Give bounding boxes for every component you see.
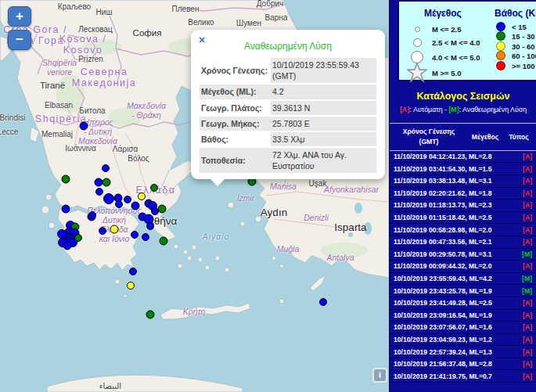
earthquake-marker[interactable]: [115, 200, 123, 208]
earthquake-marker[interactable]: [158, 205, 167, 214]
catalog-event-row[interactable]: 10/10/2019 23:55:59.43, ML=4.2[M]: [390, 273, 536, 286]
catalog-event-row[interactable]: 10/10/2019 23:07:56.07, ML=1.6[A]: [390, 322, 536, 334]
event-text: 10/10/2019 23:55:59.43, ML=4.2: [394, 275, 492, 282]
legend-box: Μέγεθος Βάθος (Km) M <= 2.52.5 < M <= 4.…: [398, 0, 536, 81]
earthquake-marker[interactable]: [127, 282, 135, 290]
catalog-event-row[interactable]: 10/10/2019 23:41:49.28, ML=2.5[A]: [390, 297, 536, 310]
earthquake-marker[interactable]: [62, 175, 70, 184]
catalog-event-row[interactable]: 11/10/2019 00:29:50.78, ML=3.1[M]: [390, 249, 536, 261]
earthquake-marker[interactable]: [129, 268, 137, 275]
zoom-in-button[interactable]: +: [8, 6, 31, 27]
magnitude-legend-item: M >= 5.0: [407, 66, 462, 80]
catalog-event-row[interactable]: 10/10/2019 22:57:39.24, ML=1.3[A]: [390, 346, 536, 358]
catalog-event-row[interactable]: 11/10/2019 01:15:18.42, ML=2.5[A]: [390, 212, 536, 225]
map-label: Aydın: [261, 207, 287, 219]
map-canvas[interactable]: КраљевоНишЛесковацПлевенДобричВарнаВелик…: [0, 0, 389, 392]
popup-field-value: 25.7803 E: [271, 116, 376, 131]
magnitude-legend-title: Μέγεθος: [424, 8, 462, 19]
map-label: Memaliaj: [41, 130, 73, 139]
earthquake-marker[interactable]: [138, 192, 146, 200]
catalog-event-row[interactable]: 11/10/2019 01:18:13.73, ML=2.3[A]: [390, 200, 536, 212]
map-label: Lecce: [0, 128, 18, 137]
event-type-badge: [A]: [523, 214, 532, 221]
earthquake-marker[interactable]: [74, 234, 82, 242]
earthquake-marker[interactable]: [103, 193, 114, 204]
earthquake-marker[interactable]: [62, 205, 70, 214]
event-type-badge: [A]: [523, 226, 532, 234]
earthquake-marker[interactable]: [131, 231, 138, 239]
earthquake-marker[interactable]: [146, 311, 155, 319]
popup-field-label: Γεωγρ. Μήκος:: [200, 116, 271, 131]
earthquake-marker[interactable]: [110, 225, 119, 234]
catalog-event-row[interactable]: 11/10/2019 03:41:54.30, ML=1.5[A]: [390, 163, 536, 175]
earthquake-marker[interactable]: [146, 222, 154, 230]
catalog-event-row[interactable]: 10/10/2019 21:56:37.48, ML=2.8[A]: [390, 358, 536, 371]
event-type-badge: [A]: [523, 189, 532, 197]
event-text: 11/10/2019 01:15:18.42, ML=2.5: [394, 214, 491, 221]
catalog-event-row[interactable]: 11/10/2019 00:58:28.98, ML=2.0[A]: [390, 224, 536, 236]
map-label: Afyonkarahisar: [324, 185, 379, 194]
magnitude-legend-label: M <= 2.5: [432, 25, 462, 34]
event-text: 10/10/2019 23:09:16.54, ML=1.9: [394, 311, 492, 319]
depth-legend-item: 60 - 100: [495, 50, 536, 61]
map-label: Ниш: [96, 8, 113, 17]
catalog-event-row[interactable]: 11/10/2019 00:09:44.32, ML=2.0[A]: [390, 261, 536, 273]
column-magnitude: Μέγεθος: [466, 133, 504, 141]
earthquake-marker[interactable]: [124, 196, 131, 203]
catalog-subtitle: [A]: Αυτόματη - [M]: Αναθεωρημένη Λύση: [390, 106, 536, 113]
popup-field-label: Τοποθεσία:: [200, 147, 271, 173]
earthquake-marker[interactable]: [63, 242, 72, 250]
earthquake-marker[interactable]: [102, 164, 110, 172]
earthquake-marker[interactable]: [80, 122, 88, 131]
map-label: Βόλος: [128, 154, 149, 164]
depth-circle-icon: [495, 61, 507, 70]
depth-legend-label: >= 100: [512, 62, 535, 70]
earthquake-marker[interactable]: [95, 188, 103, 196]
catalog-event-row[interactable]: 11/10/2019 00:47:33.56, ML=2.1[A]: [390, 236, 536, 249]
column-time: Χρόνος Γένεσης (GMT): [391, 127, 466, 147]
popup-detail-table: Χρόνος Γένεσης:10/10/2019 23:55:59.43 (G…: [200, 56, 376, 173]
earthquake-marker[interactable]: [142, 233, 149, 241]
earthquake-marker[interactable]: [103, 178, 111, 187]
event-type-badge: [A]: [523, 372, 532, 380]
catalog-event-row[interactable]: 10/10/2019 23:43:25.78, ML=1.9[M]: [390, 285, 536, 297]
map-label: Κρήτη: [183, 307, 206, 316]
zoom-out-button[interactable]: −: [8, 30, 31, 50]
earthquake-marker[interactable]: [57, 229, 67, 239]
popup-row: Χρόνος Γένεσης:10/10/2019 23:55:59.43 (G…: [200, 57, 376, 84]
earthquake-marker[interactable]: [150, 184, 158, 192]
depth-legend-title: Βάθος (Km): [495, 8, 536, 19]
earthquake-marker[interactable]: [99, 227, 106, 235]
map-label: СевернаМакедонија: [72, 67, 137, 89]
catalog-event-row[interactable]: 11/10/2019 03:38:13.48, ML=3.1[A]: [390, 175, 536, 188]
depth-legend-label: < 15: [512, 23, 527, 31]
magnitude-legend-label: 4.0 < M <= 5.0: [432, 53, 480, 62]
map-label: Prizren: [78, 55, 103, 64]
catalog-event-row[interactable]: 10/10/2019 23:04:59.23, ML=1.2[A]: [390, 334, 536, 347]
catalog-event-row[interactable]: 10/10/2019 23:09:16.54, ML=1.9[A]: [390, 310, 536, 322]
earthquake-marker[interactable]: [160, 237, 168, 246]
catalog-event-row[interactable]: 11/10/2019 02:20:21.62, ML=1.8[A]: [390, 188, 536, 200]
event-text: 10/10/2019 21:56:37.48, ML=2.8: [394, 360, 492, 368]
popup-field-label: Χρόνος Γένεσης:: [200, 57, 271, 84]
earthquake-catalog: Κατάλογος Σεισμών [A]: Αυτόματη - [M]: Α…: [390, 81, 536, 392]
event-type-badge: [A]: [523, 299, 532, 307]
catalog-event-row[interactable]: 10/10/2019 21:41:19.75, ML=0.7[A]: [390, 370, 536, 383]
event-type-badge: [A]: [523, 348, 532, 356]
magnitude-legend-label: M >= 5.0: [432, 69, 462, 77]
earthquake-marker[interactable]: [319, 298, 327, 306]
map-label: Шумен: [236, 19, 261, 28]
popup-field-value: 33.5 Χλμ: [271, 131, 376, 147]
event-type-badge: [A]: [523, 262, 532, 270]
catalog-event-row[interactable]: 11/10/2019 04:12:41.23, ML=2.8[A]: [390, 151, 536, 164]
earthquake-marker[interactable]: [131, 202, 140, 210]
earthquake-marker[interactable]: [88, 211, 96, 219]
popup-row: Μέγεθος (ML):4.2: [200, 84, 376, 99]
popup-close-icon[interactable]: ×: [199, 34, 205, 45]
depth-legend-label: 60 - 100: [512, 52, 536, 60]
event-text: 11/10/2019 04:12:41.23, ML=2.8: [394, 153, 491, 160]
attribution-button[interactable]: i: [372, 368, 387, 383]
depth-circle-icon: [495, 31, 507, 41]
event-text: 11/10/2019 00:29:50.78, ML=3.1: [394, 250, 491, 258]
depth-legend-item: >= 100: [495, 60, 535, 71]
